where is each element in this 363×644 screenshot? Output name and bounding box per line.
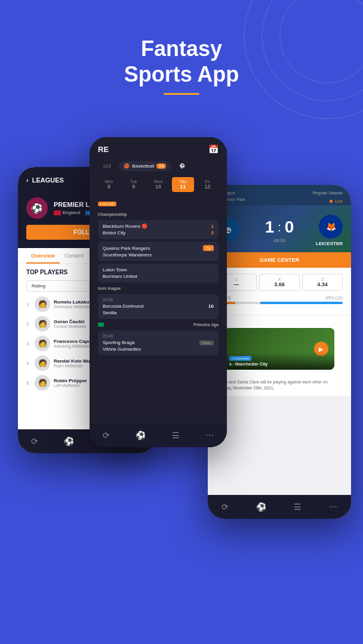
sport-tab-basketball[interactable]: 🏀 Basketball 24 bbox=[119, 161, 171, 171]
nav-home-icon[interactable]: ⟳ bbox=[100, 428, 112, 442]
basketball-icon: 🏀 bbox=[124, 163, 130, 169]
nav-more-icon[interactable]: ⋯ bbox=[203, 428, 216, 442]
team-name: Vitória Guimarães bbox=[103, 346, 141, 352]
odd-away-value: 4.34 bbox=[305, 281, 340, 287]
away-team: 🦊 LEICESTER bbox=[294, 215, 343, 246]
match-time: 22:00 bbox=[103, 298, 214, 302]
schedule-title: RE bbox=[98, 145, 109, 154]
calendar-icon[interactable]: 📅 bbox=[208, 144, 219, 154]
league-name: Championship bbox=[98, 212, 127, 216]
phone-match: ar League Regular Season St. James' Park… bbox=[208, 185, 351, 519]
away-pct-label: 65% (13) bbox=[326, 296, 343, 300]
player-avatar: 🧑 bbox=[35, 316, 50, 332]
player-avatar: 🧑 bbox=[35, 355, 50, 371]
match-score: 10 bbox=[208, 304, 214, 309]
day-tabs: Mon 8 Tue 9 Wed 10 Thu 11 Fri 12 bbox=[90, 174, 227, 196]
player-avatar: 🧑 bbox=[35, 375, 50, 391]
page-header: Fantasy Sports App bbox=[0, 0, 363, 107]
right-bottom-nav: ⟳ ⚽ ☰ ⋯ bbox=[208, 495, 351, 519]
live-badge: Live (12) bbox=[98, 202, 116, 206]
day-tue[interactable]: Tue 9 bbox=[122, 177, 144, 192]
tip-button[interactable]: Tip bbox=[203, 245, 214, 251]
nav-ball-icon[interactable]: ⚽ bbox=[254, 500, 269, 514]
day-wed[interactable]: Wed 10 bbox=[147, 177, 169, 192]
phone-schedule: RE 📅 123 🏀 Basketball 24 ⚽ bbox=[90, 137, 227, 447]
match-score: 1 bbox=[211, 224, 214, 229]
nav-menu-icon[interactable]: ☰ bbox=[170, 428, 182, 442]
back-arrow-icon: ‹ bbox=[26, 177, 29, 184]
cancelled-badge: Canc. bbox=[199, 340, 214, 345]
live-dot bbox=[330, 200, 333, 203]
match-detail-header: ar League Regular Season St. James' Park… bbox=[208, 185, 351, 205]
nav-home-icon[interactable]: ⟳ bbox=[29, 434, 41, 448]
team-name: Scunthorpe Wanderers bbox=[103, 252, 152, 258]
sport-tab-other[interactable]: ⚽ bbox=[174, 161, 190, 171]
match-item[interactable]: Blackburn Rovers 🔴 1 Bristol City 5 bbox=[98, 220, 219, 239]
tab-overview[interactable]: Overview bbox=[26, 248, 60, 264]
match-season: Regular Season bbox=[313, 191, 343, 195]
day-mon[interactable]: Mon 8 bbox=[98, 177, 120, 192]
match-item[interactable]: Luton Town Burnham United bbox=[98, 264, 219, 283]
video-thumbnail[interactable]: ▶ Livestream a - Manchester City bbox=[224, 328, 334, 370]
live-text: Live bbox=[335, 199, 343, 203]
nav-home-icon[interactable]: ⟳ bbox=[219, 500, 231, 514]
match-item[interactable]: Queens Park Rangers Tip Scunthorpe Wande… bbox=[98, 242, 219, 261]
day-thu[interactable]: Thu 11 bbox=[172, 177, 194, 192]
nav-more-icon[interactable]: ⋯ bbox=[327, 500, 340, 514]
nav-menu-icon[interactable]: ☰ bbox=[291, 500, 304, 514]
tab-content[interactable]: Content bbox=[60, 248, 88, 264]
odd-draw-label: X bbox=[262, 277, 297, 281]
team-name: Burnham United bbox=[103, 274, 137, 279]
match-item[interactable]: 22:00 Borussia Dortmund 10 Sevilla bbox=[98, 294, 219, 319]
soccer-score: 123 bbox=[103, 163, 110, 169]
home-score: 1 bbox=[265, 218, 275, 237]
team-name: Sevilla bbox=[103, 310, 117, 315]
back-button[interactable]: ‹ LEAGUES bbox=[26, 177, 64, 184]
nav-ball-icon[interactable]: ⚽ bbox=[61, 434, 76, 448]
match-desc-text: Estoril and Santa Clara will be playing … bbox=[216, 379, 343, 391]
day-fri[interactable]: Fri 12 bbox=[196, 177, 219, 192]
player-avatar: 🧑 bbox=[35, 336, 50, 351]
match-time-display: 49:30 bbox=[273, 238, 285, 243]
league-header: Championship bbox=[98, 211, 219, 218]
score-separator: : bbox=[278, 221, 281, 234]
sport-tab-soccer[interactable]: 123 bbox=[98, 161, 115, 171]
league-country: England bbox=[54, 210, 80, 215]
league-header: Ions league bbox=[98, 285, 219, 292]
sport-tabs: 123 🏀 Basketball 24 ⚽ bbox=[90, 159, 227, 174]
basketball-label: Basketball bbox=[132, 163, 154, 169]
schedule-bottom-nav: ⟳ ⚽ ☰ ⋯ bbox=[90, 423, 227, 447]
team-name: Queens Park Rangers bbox=[103, 246, 150, 251]
player-rank: 1 bbox=[26, 302, 31, 307]
team-name: Sporting Braga bbox=[103, 340, 134, 345]
league-header: Primeira liga bbox=[98, 321, 219, 328]
game-center-button[interactable]: GAME CENTER bbox=[208, 252, 351, 268]
match-item[interactable]: 23:45 Sporting Braga Canc. Vitória Guima… bbox=[98, 330, 219, 355]
premier-league-logo: ⚽ bbox=[26, 197, 48, 219]
team-name: Luton Town bbox=[103, 267, 127, 273]
other-sport-icon: ⚽ bbox=[179, 163, 185, 169]
team-name: Bristol City bbox=[103, 230, 125, 236]
odds-bar-section: 15% (3) 65% (13) bbox=[216, 291, 343, 309]
match-description: Estoril and Santa Clara will be playing … bbox=[208, 374, 351, 396]
match-list: Championship Blackburn Rovers 🔴 1 Bristo… bbox=[90, 209, 227, 360]
page-title: Fantasy Sports App bbox=[0, 36, 363, 87]
player-rank: 2 bbox=[26, 321, 31, 327]
nav-ball-icon[interactable]: ⚽ bbox=[133, 428, 148, 442]
away-team-logo: 🦊 bbox=[319, 215, 343, 239]
phones-container: ‹ LEAGUES ⋯ ⚽ PREMIER LEAGUE England bbox=[0, 137, 363, 626]
away-team-name: LEICESTER bbox=[316, 241, 343, 246]
odd-away[interactable]: 2 4.34 bbox=[302, 274, 343, 291]
player-avatar: 🧑 bbox=[35, 296, 50, 312]
player-rank: 5 bbox=[26, 380, 31, 386]
odd-draw[interactable]: X 3.66 bbox=[259, 274, 300, 291]
player-rank: 4 bbox=[26, 361, 31, 366]
odds-section: 1 — X 3.66 2 4.34 15% (3) 65% (1 bbox=[208, 268, 351, 315]
portugal-flag bbox=[98, 323, 104, 327]
player-rank: 3 bbox=[26, 341, 31, 346]
livestream-badge: Livestream bbox=[229, 356, 251, 361]
score-display: 🏟 1 : 0 49:30 🦊 LEICESTER bbox=[208, 205, 351, 252]
odd-away-label: 2 bbox=[305, 277, 340, 281]
odds-probability-bar bbox=[216, 302, 343, 304]
match-time: 23:45 bbox=[103, 334, 214, 338]
